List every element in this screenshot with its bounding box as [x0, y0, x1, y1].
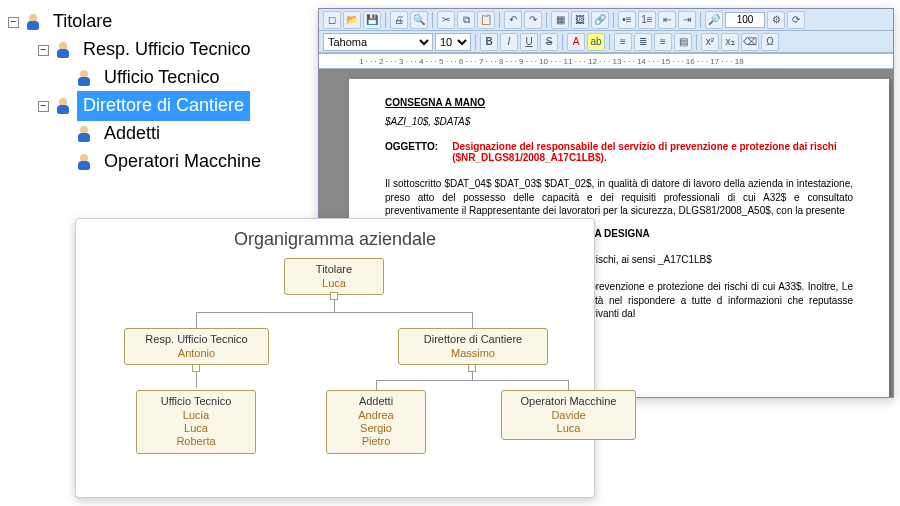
print-icon[interactable]: 🖨	[390, 11, 408, 29]
org-names: Massimo	[407, 347, 539, 360]
tree-item-addetti[interactable]: Addetti	[8, 120, 267, 148]
collapse-icon[interactable]: −	[8, 17, 19, 28]
highlight-icon[interactable]: ab	[587, 33, 605, 51]
italic-icon[interactable]: I	[500, 33, 518, 51]
org-node-direttore[interactable]: Direttore di Cantiere Massimo	[398, 328, 548, 365]
person-icon	[55, 42, 71, 58]
org-role: Direttore di Cantiere	[407, 333, 539, 345]
org-names: Lucia Luca Roberta	[145, 409, 247, 449]
org-chart-area: Titolare Luca Resp. Ufficio Tecnico Anto…	[76, 258, 594, 488]
outdent-icon[interactable]: ⇤	[658, 11, 676, 29]
person-icon	[76, 70, 92, 86]
person-icon	[55, 98, 71, 114]
align-left-icon[interactable]: ≡	[614, 33, 632, 51]
table-icon[interactable]: ▦	[551, 11, 569, 29]
tree-label: Direttore di Cantiere	[77, 91, 250, 120]
doc-body1: Il sottoscritto $DAT_04$ $DAT_03$ $DAT_0…	[385, 177, 853, 218]
underline-icon[interactable]: U	[520, 33, 538, 51]
symbol-icon[interactable]: Ω	[761, 33, 779, 51]
doc-consegna: CONSEGNA A MANO	[385, 97, 853, 108]
org-role: Titolare	[293, 263, 375, 275]
org-role: Operatori Macchine	[510, 395, 627, 407]
org-node-operatori[interactable]: Operatori Macchine Davide Luca	[501, 390, 636, 440]
tree-label: Resp. Ufficio Tecnico	[77, 35, 256, 64]
toolbar-format: Tahoma 10 B I U S A ab ≡ ≣ ≡ ▤ x² x₂ ⌫ Ω	[319, 31, 893, 53]
org-names: Andrea Sergio Pietro	[335, 409, 417, 449]
copy-icon[interactable]: ⧉	[457, 11, 475, 29]
tree-label: Addetti	[98, 119, 166, 148]
align-right-icon[interactable]: ≡	[654, 33, 672, 51]
open-icon[interactable]: 📂	[343, 11, 361, 29]
org-node-ufficio-tecnico[interactable]: Ufficio Tecnico Lucia Luca Roberta	[136, 390, 256, 454]
bold-icon[interactable]: B	[480, 33, 498, 51]
person-icon	[25, 14, 41, 30]
org-node-resp-ut[interactable]: Resp. Ufficio Tecnico Antonio	[124, 328, 269, 365]
refresh-icon[interactable]: ⟳	[787, 11, 805, 29]
bullets-icon[interactable]: •≡	[618, 11, 636, 29]
ruler[interactable]: 1 · · · 2 · · · 3 · · · 4 · · · 5 · · · …	[319, 53, 893, 69]
tree-label: Titolare	[47, 7, 118, 36]
tree-label: Ufficio Tecnico	[98, 63, 225, 92]
org-node-titolare[interactable]: Titolare Luca	[284, 258, 384, 295]
org-tree: − Titolare − Resp. Ufficio Tecnico Uffic…	[8, 8, 267, 176]
numbering-icon[interactable]: 1≡	[638, 11, 656, 29]
clear-format-icon[interactable]: ⌫	[741, 33, 759, 51]
superscript-icon[interactable]: x²	[701, 33, 719, 51]
org-connector-stub	[330, 292, 338, 300]
toolbar-top: ◻ 📂 💾 🖨 🔍 ✂ ⧉ 📋 ↶ ↷ ▦ 🖼 🔗 •≡ 1≡ ⇤ ⇥ 🔎 ⚙ …	[319, 9, 893, 31]
align-center-icon[interactable]: ≣	[634, 33, 652, 51]
collapse-icon[interactable]: −	[38, 45, 49, 56]
tree-item-titolare[interactable]: − Titolare	[8, 8, 267, 36]
org-names: Davide Luca	[510, 409, 627, 435]
tree-item-ufficio-tecnico[interactable]: Ufficio Tecnico	[8, 64, 267, 92]
new-icon[interactable]: ◻	[323, 11, 341, 29]
org-role: Resp. Ufficio Tecnico	[133, 333, 260, 345]
doc-placeholders: $AZI_10$, $DATA$	[385, 116, 853, 127]
org-role: Addetti	[335, 395, 417, 407]
doc-oggetto-label: OGGETTO:	[385, 141, 438, 163]
org-chart-title: Organigramma aziendale	[76, 229, 594, 250]
strike-icon[interactable]: S	[540, 33, 558, 51]
tree-label: Operatori Macchine	[98, 147, 267, 176]
org-names: Antonio	[133, 347, 260, 360]
org-connector-stub	[192, 364, 200, 372]
tree-item-resp-ufficio[interactable]: − Resp. Ufficio Tecnico	[8, 36, 267, 64]
tree-item-operatori[interactable]: Operatori Macchine	[8, 148, 267, 176]
font-select[interactable]: Tahoma	[323, 33, 433, 51]
paste-icon[interactable]: 📋	[477, 11, 495, 29]
link-icon[interactable]: 🔗	[591, 11, 609, 29]
doc-oggetto-text: Designazione del responsabile del serviz…	[452, 141, 853, 163]
indent-icon[interactable]: ⇥	[678, 11, 696, 29]
save-icon[interactable]: 💾	[363, 11, 381, 29]
org-names: Luca	[293, 277, 375, 290]
org-connector-stub	[468, 364, 476, 372]
subscript-icon[interactable]: x₂	[721, 33, 739, 51]
image-icon[interactable]: 🖼	[571, 11, 589, 29]
person-icon	[76, 126, 92, 142]
org-chart-panel: Organigramma aziendale Titolare Luca Res…	[75, 218, 595, 498]
person-icon	[76, 154, 92, 170]
cut-icon[interactable]: ✂	[437, 11, 455, 29]
org-node-addetti[interactable]: Addetti Andrea Sergio Pietro	[326, 390, 426, 454]
org-role: Ufficio Tecnico	[145, 395, 247, 407]
tree-item-direttore[interactable]: − Direttore di Cantiere	[8, 92, 267, 120]
font-color-icon[interactable]: A	[567, 33, 585, 51]
find-icon[interactable]: 🔎	[705, 11, 723, 29]
undo-icon[interactable]: ↶	[504, 11, 522, 29]
preview-icon[interactable]: 🔍	[410, 11, 428, 29]
zoom-input[interactable]	[725, 12, 765, 28]
justify-icon[interactable]: ▤	[674, 33, 692, 51]
settings-icon[interactable]: ⚙	[767, 11, 785, 29]
size-select[interactable]: 10	[435, 33, 471, 51]
redo-icon[interactable]: ↷	[524, 11, 542, 29]
collapse-icon[interactable]: −	[38, 101, 49, 112]
